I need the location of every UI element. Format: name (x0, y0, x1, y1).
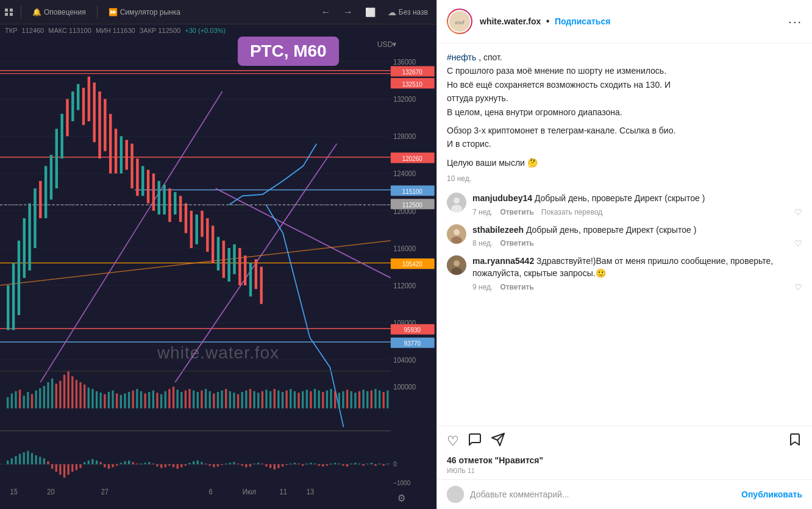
svg-rect-274 (322, 465, 324, 467)
svg-rect-275 (326, 465, 328, 466)
comment-like-icon[interactable]: ♡ (794, 207, 802, 217)
caption-text: , спот.С прошлого раза моё мнение по шор… (447, 52, 671, 117)
comment-like-icon[interactable]: ♡ (794, 238, 802, 248)
svg-rect-173 (310, 391, 312, 408)
comment-username[interactable]: ma.ryanna5442 (472, 256, 534, 266)
cloud-icon: ☁ (388, 7, 396, 17)
svg-rect-148 (209, 391, 211, 408)
svg-rect-271 (310, 463, 312, 464)
svg-rect-237 (173, 465, 174, 468)
svg-rect-45 (130, 144, 133, 188)
svg-rect-235 (165, 465, 166, 468)
svg-rect-213 (76, 465, 77, 471)
svg-rect-219 (100, 462, 102, 465)
bookmark-icon[interactable] (788, 432, 802, 450)
comment-input[interactable] (470, 489, 735, 499)
svg-rect-98 (7, 397, 9, 408)
svg-rect-288 (379, 463, 380, 464)
follow-button[interactable]: Подписаться (555, 16, 611, 26)
comment-avatar[interactable] (447, 255, 466, 275)
svg-rect-29 (45, 166, 47, 218)
likes-count: 46 отметок "Нравится" (437, 454, 812, 468)
svg-rect-277 (334, 463, 336, 464)
comment-avatar[interactable] (447, 193, 466, 212)
svg-rect-282 (354, 463, 356, 464)
svg-rect-110 (55, 384, 57, 408)
svg-rect-209 (59, 465, 61, 475)
translate-button[interactable]: Показать перевод (541, 208, 603, 216)
svg-rect-118 (88, 388, 90, 408)
simulator-button[interactable]: ⏩ Симулятор рынка (105, 5, 184, 19)
hashtag[interactable]: #нефть (447, 52, 476, 62)
svg-rect-200 (23, 452, 25, 465)
svg-rect-186 (362, 390, 364, 408)
svg-rect-270 (306, 463, 308, 464)
svg-rect-206 (47, 461, 49, 465)
svg-text:11: 11 (280, 487, 287, 496)
like-icon[interactable]: ♡ (447, 433, 459, 449)
svg-rect-269 (302, 465, 304, 466)
svg-rect-175 (318, 391, 320, 408)
more-icon[interactable]: ··· (788, 15, 802, 28)
svg-rect-230 (144, 463, 146, 464)
svg-rect-127 (124, 393, 126, 408)
reply-button[interactable]: Ответить (500, 283, 533, 291)
svg-text:128000: 128000 (393, 132, 416, 141)
svg-text:Июл: Июл (243, 487, 256, 496)
svg-rect-172 (306, 390, 308, 408)
svg-rect-34 (71, 91, 74, 121)
svg-text:112000: 112000 (393, 281, 416, 290)
svg-rect-245 (205, 463, 207, 464)
svg-rect-177 (326, 391, 328, 408)
header-info: white.water.fox • Подписаться (480, 16, 610, 27)
comment-username[interactable]: sthabilezeeh (472, 225, 524, 235)
svg-rect-260 (265, 465, 267, 467)
svg-rect-220 (104, 465, 105, 468)
instagram-panel: wwf white.water.fox • Подписаться ··· #н… (436, 0, 812, 509)
comment-item: sthabilezeeh Добрый день, проверьте Дире… (447, 224, 802, 249)
window-button[interactable]: ⬜ (361, 5, 379, 20)
comment-username[interactable]: manjudubey14 (472, 193, 532, 203)
svg-text:124000: 124000 (393, 169, 416, 178)
svg-rect-211 (67, 465, 69, 475)
svg-rect-198 (15, 456, 16, 464)
svg-rect-137 (165, 391, 166, 408)
back-button[interactable]: ← (318, 4, 335, 20)
svg-rect-156 (241, 392, 243, 408)
svg-rect-250 (225, 463, 227, 464)
reply-button[interactable]: Ответить (500, 208, 533, 216)
reply-button[interactable]: Ответить (500, 239, 533, 247)
comment-icon[interactable] (468, 432, 482, 450)
publish-button[interactable]: Опубликовать (741, 489, 802, 499)
svg-point-305 (451, 205, 462, 212)
svg-rect-114 (71, 376, 73, 408)
svg-rect-67 (249, 263, 252, 296)
post-caption: #нефть , спот.С прошлого раза моё мнение… (447, 51, 802, 119)
svg-text:136000: 136000 (393, 58, 416, 66)
svg-text:132000: 132000 (393, 95, 416, 104)
header-more[interactable]: ··· (788, 15, 802, 29)
svg-rect-147 (205, 389, 207, 408)
svg-rect-187 (366, 391, 368, 408)
alerts-button[interactable]: 🔔 Оповецения (29, 5, 90, 19)
svg-rect-160 (257, 393, 259, 408)
svg-rect-254 (241, 465, 243, 466)
svg-rect-199 (19, 454, 21, 464)
forward-button[interactable]: → (340, 4, 357, 20)
comment-like-icon[interactable]: ♡ (794, 282, 802, 292)
share-icon[interactable] (491, 432, 505, 450)
svg-rect-246 (209, 465, 211, 466)
svg-rect-54 (179, 196, 182, 222)
comment-body: sthabilezeeh Добрый день, проверьте Дире… (472, 224, 802, 249)
svg-rect-51 (163, 185, 165, 215)
grid-icon[interactable] (5, 9, 13, 16)
comment-avatar[interactable] (447, 224, 466, 244)
svg-rect-131 (140, 391, 142, 408)
svg-rect-258 (257, 463, 259, 464)
svg-text:−1000: −1000 (393, 479, 410, 486)
username[interactable]: white.water.fox (480, 16, 541, 26)
save-button[interactable]: ☁ Без назв (384, 5, 432, 20)
svg-rect-23 (12, 263, 15, 330)
avatar-ring[interactable]: wwf (447, 9, 472, 34)
svg-rect-252 (233, 462, 235, 465)
